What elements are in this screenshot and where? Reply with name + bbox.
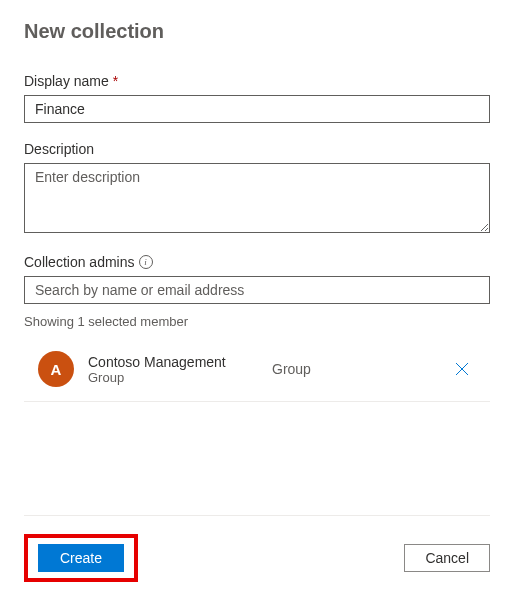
remove-member-button[interactable]: [450, 357, 474, 381]
create-button[interactable]: Create: [38, 544, 124, 572]
display-name-label: Display name *: [24, 73, 490, 89]
required-asterisk: *: [113, 73, 118, 89]
member-type: Group: [272, 361, 436, 377]
member-name: Contoso Management: [88, 354, 258, 370]
info-icon[interactable]: i: [139, 255, 153, 269]
description-input[interactable]: [24, 163, 490, 233]
cancel-button[interactable]: Cancel: [404, 544, 490, 572]
description-label: Description: [24, 141, 490, 157]
members-count-hint: Showing 1 selected member: [24, 314, 490, 329]
description-label-text: Description: [24, 141, 94, 157]
display-name-input[interactable]: [24, 95, 490, 123]
description-field: Description: [24, 141, 490, 236]
create-highlight: Create: [24, 534, 138, 582]
member-row: A Contoso Management Group Group: [24, 343, 490, 402]
member-subtype: Group: [88, 370, 258, 385]
footer: Create Cancel: [24, 515, 490, 600]
collection-admins-label: Collection admins i: [24, 254, 490, 270]
close-icon: [454, 361, 470, 377]
page-title: New collection: [24, 20, 490, 43]
collection-admins-field: Collection admins i Showing 1 selected m…: [24, 254, 490, 402]
display-name-field: Display name *: [24, 73, 490, 123]
avatar: A: [38, 351, 74, 387]
member-info: Contoso Management Group: [88, 354, 258, 385]
collection-admins-label-text: Collection admins: [24, 254, 135, 270]
collection-admins-input[interactable]: [24, 276, 490, 304]
display-name-label-text: Display name: [24, 73, 109, 89]
